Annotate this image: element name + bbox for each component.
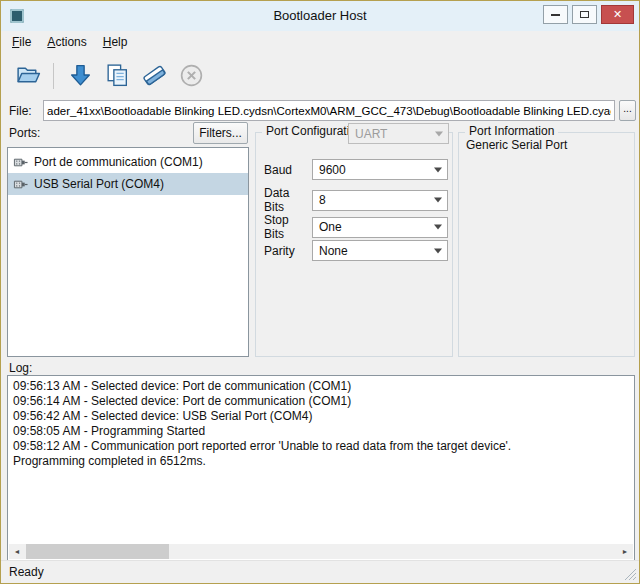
log-line: Programming completed in 6512ms. [13,454,629,469]
documents-icon [104,62,131,89]
scroll-right-icon[interactable]: ► [617,544,633,559]
close-button[interactable]: ✕ [601,5,634,24]
port-name: Port de communication (COM1) [34,155,203,169]
abort-button [174,59,208,93]
serial-port-icon [13,155,28,170]
toolbar-separator [53,63,54,89]
baud-row: Baud 9600 [264,159,448,180]
port-configuration-group: Port Configuration UART Baud 9600 Data B… [255,132,453,357]
program-button[interactable] [63,59,97,93]
stop-bits-row: Stop Bits One [264,213,448,241]
maximize-icon [580,11,589,18]
stop-bits-label: Stop Bits [264,213,312,241]
toolbar [1,53,639,98]
log-line: 09:58:05 AM - Programming Started [13,424,629,439]
port-name: USB Serial Port (COM4) [34,177,164,191]
parity-label: Parity [264,244,312,258]
log-box[interactable]: 09:56:13 AM - Selected device: Port de c… [7,375,635,561]
stop-icon [178,62,205,89]
titlebar[interactable]: Bootloader Host ✕ [1,1,639,31]
eraser-icon [141,62,168,89]
data-bits-label: Data Bits [264,186,312,214]
file-path-input[interactable] [43,100,615,121]
menu-file[interactable]: File [4,32,39,52]
ports-list: Port de communication (COM1) USB Serial … [7,147,249,357]
protocol-select: UART [348,123,449,144]
log-line: 09:56:13 AM - Selected device: Port de c… [13,379,629,394]
chevron-down-icon [434,198,442,203]
serial-port-icon [13,177,28,192]
baud-label: Baud [264,163,312,177]
menubar: File Actions Help [1,31,639,53]
port-list-item-selected[interactable]: USB Serial Port (COM4) [8,173,248,195]
log-line: 09:56:42 AM - Selected device: USB Seria… [13,409,629,424]
resize-grip[interactable] [624,568,637,581]
stop-bits-select[interactable]: One [312,217,448,238]
status-text: Ready [9,565,44,579]
log-horizontal-scrollbar[interactable]: ◄ ► [9,544,633,559]
chevron-down-icon [434,248,442,253]
parity-select[interactable]: None [312,240,448,261]
chevron-down-icon [434,167,442,172]
filters-button[interactable]: Filters... [193,122,248,144]
port-information-title: Port Information [465,124,558,138]
log-lines: 09:56:13 AM - Selected device: Port de c… [9,377,633,544]
browse-button[interactable]: ... [619,100,636,121]
maximize-button[interactable] [572,5,597,24]
log-line: 09:58:12 AM - Communication port reporte… [13,439,629,454]
open-file-button[interactable] [11,59,45,93]
port-list-item[interactable]: Port de communication (COM1) [8,151,248,173]
port-information-group: Port Information Generic Serial Port [458,132,635,357]
verify-button[interactable] [100,59,134,93]
minimize-icon [551,14,560,16]
file-label: File: [9,104,32,118]
parity-row: Parity None [264,240,448,261]
ports-label: Ports: [9,126,40,140]
bootloader-host-window: Bootloader Host ✕ File Actions Help [0,0,640,584]
menu-actions[interactable]: Actions [39,32,94,52]
log-label: Log: [9,361,32,375]
data-bits-row: Data Bits 8 [264,186,448,214]
window-controls: ✕ [543,5,634,24]
log-line: 09:56:14 AM - Selected device: Port de c… [13,394,629,409]
erase-button[interactable] [137,59,171,93]
menu-help[interactable]: Help [95,32,136,52]
statusbar: Ready [1,560,639,583]
data-bits-select[interactable]: 8 [312,190,448,211]
scrollbar-thumb[interactable] [26,544,169,559]
chevron-down-icon [434,225,442,230]
download-arrow-icon [67,62,94,89]
baud-select[interactable]: 9600 [312,159,448,180]
port-information-text: Generic Serial Port [466,138,567,152]
close-icon: ✕ [613,9,622,20]
scroll-left-icon[interactable]: ◄ [9,544,25,559]
minimize-button[interactable] [543,5,568,24]
folder-open-icon [15,62,42,89]
chevron-down-icon [435,131,443,136]
